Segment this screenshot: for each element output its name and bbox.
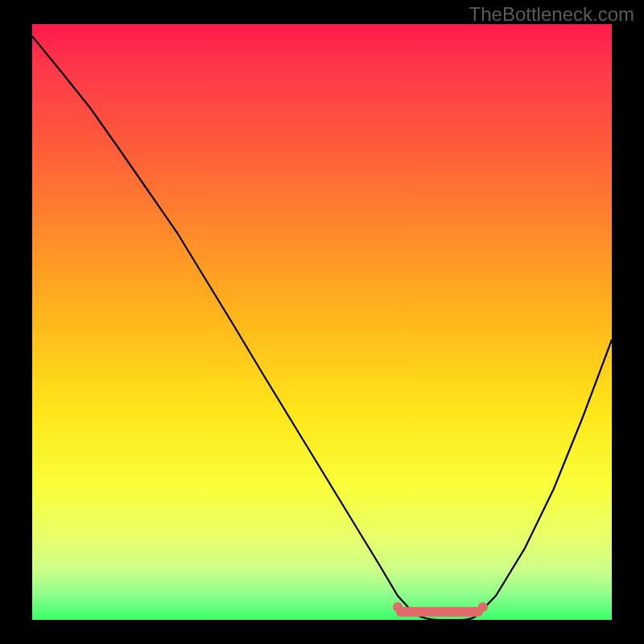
optimal-zone-dot-left: [393, 602, 402, 612]
optimal-zone-dot-right: [478, 602, 488, 612]
curve-svg: [32, 24, 612, 620]
watermark-text: TheBottleneck.com: [469, 3, 634, 26]
chart-plot-area: [32, 24, 612, 620]
bottleneck-curve-path: [32, 36, 612, 620]
optimal-zone-marker: [396, 607, 483, 617]
